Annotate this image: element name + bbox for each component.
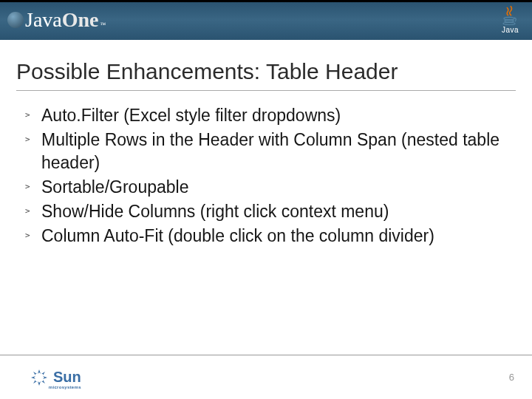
list-item: > Auto.Filter (Excel style filter dropdo… — [25, 104, 510, 127]
title-bar: Java One ™ Java — [0, 0, 532, 40]
sun-logo: Sun microsystems — [30, 368, 81, 387]
bullet-marker-icon: > — [25, 104, 41, 121]
svg-point-1 — [505, 20, 514, 22]
sun-label: Sun microsystems — [53, 369, 81, 386]
svg-point-0 — [504, 17, 514, 20]
bullet-text: Auto.Filter (Excel style filter dropdown… — [41, 104, 341, 127]
java-brand-icon: Java — [502, 6, 519, 34]
sun-subtext: microsystems — [49, 385, 81, 389]
bullet-text: Multiple Rows in the Header with Column … — [41, 129, 510, 174]
sun-icon — [30, 368, 49, 387]
page-number: 6 — [509, 372, 514, 383]
sun-label-text: Sun — [53, 369, 81, 385]
slide-title: Possible Enhancements: Table Header — [16, 59, 516, 91]
list-item: > Multiple Rows in the Header with Colum… — [25, 129, 510, 174]
bullet-marker-icon: > — [25, 176, 41, 193]
logo-text-java: Java — [25, 8, 62, 32]
bullet-text: Column Auto-Fit (double click on the col… — [41, 225, 434, 248]
javaone-logo: Java One ™ — [7, 8, 106, 32]
svg-point-2 — [503, 22, 515, 24]
list-item: > Sortable/Groupable — [25, 176, 510, 199]
slide-content: > Auto.Filter (Excel style filter dropdo… — [0, 91, 532, 248]
logo-orb-icon — [7, 12, 24, 28]
bullet-marker-icon: > — [25, 225, 41, 242]
bullet-marker-icon: > — [25, 200, 41, 217]
slide-footer: Sun microsystems 6 — [0, 355, 532, 399]
list-item: > Show/Hide Columns (right click context… — [25, 200, 510, 223]
trademark-symbol: ™ — [100, 21, 106, 28]
bullet-text: Show/Hide Columns (right click context m… — [41, 200, 389, 223]
bullet-marker-icon: > — [25, 129, 41, 146]
list-item: > Column Auto-Fit (double click on the c… — [25, 225, 510, 248]
logo-text-one: One — [62, 8, 99, 32]
java-brand-label: Java — [502, 26, 519, 34]
bullet-text: Sortable/Groupable — [41, 176, 188, 199]
